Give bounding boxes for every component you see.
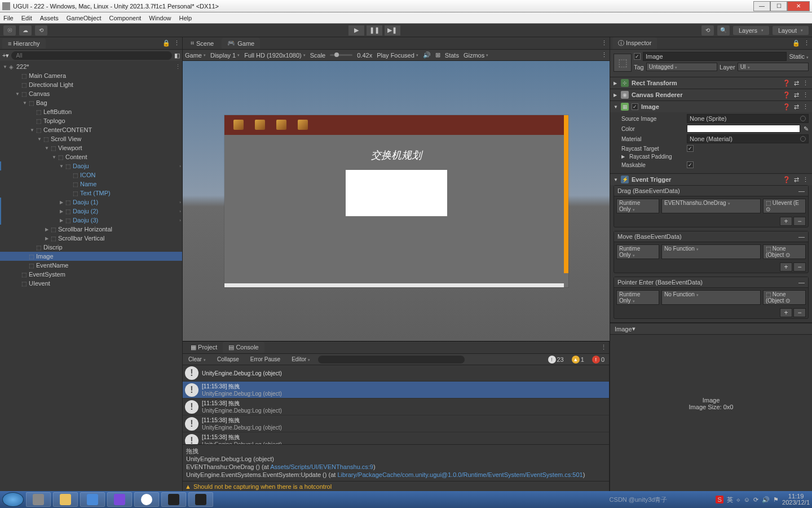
stack-link[interactable]: Assets/Scripts/UI/EVENThanshu.cs:9: [270, 463, 373, 470]
layer-dropdown[interactable]: UI: [738, 63, 809, 71]
event-mode-dropdown[interactable]: Runtime Only: [616, 244, 659, 259]
errorpause-button[interactable]: Error Pause: [247, 356, 284, 363]
console-tab[interactable]: ▤ Console: [223, 342, 264, 353]
maskable-checkbox[interactable]: [687, 161, 694, 168]
menu-window[interactable]: Window: [149, 15, 171, 21]
scale-slider[interactable]: [330, 54, 352, 56]
remove-event-button[interactable]: −: [793, 217, 806, 226]
add-event-button[interactable]: +: [780, 308, 792, 317]
console-log-row[interactable]: ![11:15:38] 拖拽UnityEngine.Debug:Log (obj…: [183, 432, 609, 444]
hierarchy-item[interactable]: ⬚LeftButton: [0, 107, 182, 116]
scrollbar-horizontal[interactable]: [224, 283, 564, 287]
stack-link[interactable]: Library/PackageCache/com.unity.ugui@1.0.…: [337, 471, 582, 478]
image-enabled-checkbox[interactable]: [632, 103, 638, 110]
editor-dropdown[interactable]: Editor: [288, 356, 314, 363]
hierarchy-item[interactable]: ⬚Main Camera: [0, 71, 182, 80]
playfocus-dropdown[interactable]: Play Focused: [377, 52, 418, 59]
console-list[interactable]: !UnityEngine.Debug:Log (object)![11:15:3…: [183, 365, 609, 444]
pause-button[interactable]: ❚❚: [367, 25, 382, 36]
task-button[interactable]: [188, 492, 213, 507]
maximize-button[interactable]: ☐: [770, 1, 787, 11]
display-dropdown[interactable]: Display 1: [210, 52, 240, 59]
task-button[interactable]: [107, 492, 132, 507]
play-button[interactable]: ▶: [348, 25, 364, 36]
bag-item[interactable]: [295, 117, 310, 132]
hierarchy-item[interactable]: ⬚EventName: [0, 261, 182, 270]
material-field[interactable]: None (Material): [687, 134, 809, 143]
hierarchy-item[interactable]: ▼⬚Daoju›: [0, 161, 182, 170]
hierarchy-item[interactable]: ⬚Toplogo: [0, 116, 182, 125]
menu-gameobject[interactable]: GameObject: [67, 15, 102, 21]
event-mode-dropdown[interactable]: Runtime Only: [616, 290, 659, 305]
layers-dropdown[interactable]: Layers: [733, 26, 769, 35]
event-object-field[interactable]: ⬚ None (Object ⊙: [763, 290, 806, 305]
add-event-button[interactable]: +: [780, 217, 792, 226]
hierarchy-item[interactable]: ▶⬚Scrollbar Vertical: [0, 234, 182, 243]
project-tab[interactable]: ▦ Project: [185, 342, 223, 353]
history-button[interactable]: ⟲: [35, 25, 47, 36]
game-dropdown[interactable]: Game: [185, 52, 206, 59]
console-log-row[interactable]: ![11:15:38] 拖拽UnityEngine.Debug:Log (obj…: [183, 382, 609, 398]
add-button[interactable]: +▾: [2, 52, 9, 59]
scene-root[interactable]: ▼◈ 222* ⋮: [0, 62, 182, 71]
hierarchy-item[interactable]: ⬚Image: [0, 252, 182, 261]
rect-transform-header[interactable]: ▶⊹ Rect Transform ❓⇄⋮: [610, 77, 812, 89]
hierarchy-tree[interactable]: ▼◈ 222* ⋮ ⬚Main Camera⬚Directional Light…: [0, 61, 182, 491]
remove-event-button[interactable]: −: [793, 308, 806, 317]
tag-dropdown[interactable]: Untagged: [646, 63, 717, 71]
resolution-dropdown[interactable]: Full HD (1920x1080): [244, 52, 306, 59]
search-button[interactable]: 🔍: [717, 25, 730, 36]
hierarchy-item[interactable]: ▼⬚Scroll View: [0, 134, 182, 143]
lock-icon[interactable]: 🔒: [792, 40, 800, 47]
mute-icon[interactable]: 🔊: [423, 51, 431, 59]
menu-help[interactable]: Help: [179, 15, 192, 21]
hierarchy-search[interactable]: [11, 51, 172, 60]
hierarchy-item[interactable]: ⬚Discrip: [0, 243, 182, 252]
console-log-row[interactable]: ![11:15:38] 拖拽UnityEngine.Debug:Log (obj…: [183, 398, 609, 415]
scene-menu-icon[interactable]: ⋮: [175, 63, 181, 71]
scrollbar-vertical[interactable]: [564, 115, 568, 273]
scene-tab[interactable]: ⌗ Scene: [185, 38, 219, 49]
bag-item[interactable]: [274, 117, 289, 132]
game-view[interactable]: 交换机规划: [183, 61, 610, 341]
collapse-button[interactable]: Collapse: [214, 356, 242, 363]
hierarchy-item[interactable]: ⬚ICON: [0, 170, 182, 179]
task-button[interactable]: [80, 492, 105, 507]
event-function-dropdown[interactable]: No Function: [661, 244, 761, 259]
error-count[interactable]: !0: [590, 356, 607, 364]
hierarchy-item[interactable]: ⬚UIevent: [0, 279, 182, 288]
color-field[interactable]: [687, 125, 800, 133]
clear-button[interactable]: Clear: [185, 356, 209, 363]
hierarchy-item[interactable]: ⬚EventSystem: [0, 270, 182, 279]
warn-count[interactable]: ▲1: [570, 356, 586, 364]
start-button[interactable]: [2, 492, 24, 507]
stats-button[interactable]: Stats: [445, 52, 459, 59]
lock-icon[interactable]: 🔒: [162, 40, 170, 47]
account-button[interactable]: ☉: [3, 25, 16, 36]
console-log-row[interactable]: !UnityEngine.Debug:Log (object): [183, 365, 609, 382]
task-button[interactable]: [26, 492, 51, 507]
layout-dropdown[interactable]: Layout: [773, 26, 809, 35]
tray-icon[interactable]: ⟐: [736, 496, 740, 503]
tray-icon[interactable]: ⟳: [753, 496, 758, 503]
ime-lang[interactable]: 英: [727, 496, 733, 504]
menu-edit[interactable]: Edit: [21, 15, 32, 21]
event-mode-dropdown[interactable]: Runtime Only: [616, 199, 659, 213]
hierarchy-item[interactable]: ▶⬚Daoju (1)›: [0, 198, 182, 207]
hierarchy-item[interactable]: ⬚Directional Light: [0, 80, 182, 89]
event-trigger-header[interactable]: ▼⚡ Event Trigger ❓⇄⋮: [610, 174, 812, 185]
event-object-field[interactable]: ⬚ None (Object ⊙: [763, 244, 806, 259]
eyedropper-icon[interactable]: ✎: [804, 125, 809, 133]
hierarchy-item[interactable]: ▼⬚Content: [0, 152, 182, 161]
gameobject-name-field[interactable]: [643, 52, 787, 61]
active-checkbox[interactable]: [634, 53, 641, 60]
event-object-field[interactable]: ⬚ UIevent (E ⊙: [763, 199, 806, 213]
minimize-button[interactable]: —: [753, 1, 770, 11]
step-button[interactable]: ▶❚: [385, 25, 400, 36]
panel-menu-icon[interactable]: ⋮: [601, 51, 607, 59]
cloud-button[interactable]: ☁: [19, 25, 32, 36]
canvas-renderer-header[interactable]: ▶◉ Canvas Renderer ❓⇄⋮: [610, 89, 812, 100]
panel-menu-icon[interactable]: ⋮: [601, 40, 607, 47]
close-button[interactable]: ✕: [787, 1, 810, 11]
hierarchy-item[interactable]: ▼⬚Viewport: [0, 143, 182, 152]
